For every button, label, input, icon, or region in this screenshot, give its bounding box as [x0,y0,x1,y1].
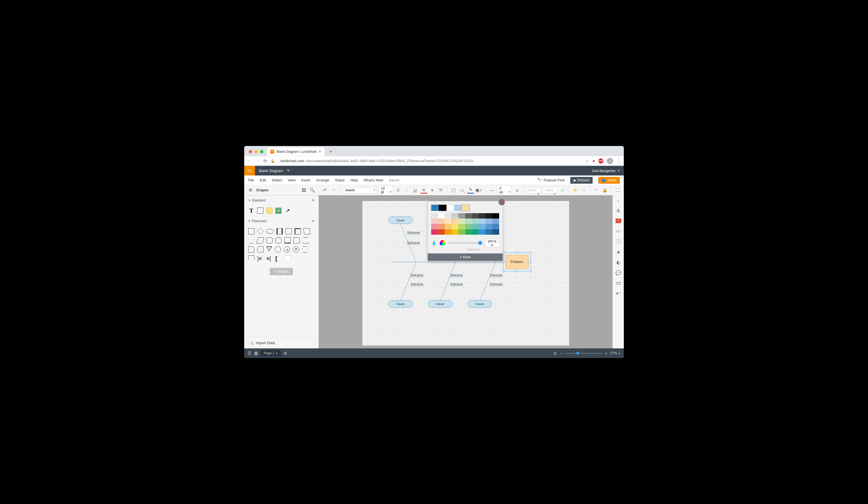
menu-whatsnew[interactable]: What's New [364,178,383,182]
layers-icon[interactable]: ◈ [617,249,620,254]
effect1-select[interactable]: None [526,187,541,193]
line-style-icon[interactable]: — [488,187,495,194]
close-tab-icon[interactable]: × [319,149,321,154]
line-color-icon[interactable]: ✎ [467,187,474,194]
close-section-icon[interactable]: × [312,198,314,203]
or-shape[interactable]: + [284,246,290,253]
target-icon[interactable]: ◎ [553,351,557,356]
brace-left-shape[interactable]: ≡{ [266,255,272,262]
rectangle-shape[interactable] [257,208,264,214]
extension-icon[interactable]: ◆ [593,159,595,162]
color-swatch[interactable] [479,229,486,235]
bookmark-icon[interactable]: ☆ [586,159,589,163]
menu-view[interactable]: View [288,178,296,182]
new-tab-button[interactable]: + [326,149,336,155]
color-swatch[interactable] [458,229,465,235]
color-swatch[interactable] [472,224,479,229]
magnet-icon[interactable]: ⊓ [580,187,587,194]
data-shape[interactable] [256,237,264,243]
predefined-shape[interactable] [277,228,283,234]
recent-swatch[interactable] [431,205,439,211]
color-swatch[interactable] [458,219,465,224]
manual-op-shape[interactable] [302,237,309,243]
color-swatch[interactable] [438,224,445,229]
chat-icon[interactable]: 💬 [616,270,621,275]
color-swatch[interactable] [438,229,445,235]
feature-find-button[interactable]: 🔭 Feature Find [537,178,565,182]
underline-icon[interactable]: U [412,187,419,194]
magic-icon[interactable]: ✦⁺ [615,291,621,296]
live-shape[interactable]: ⚡ [275,208,282,214]
arrow-shape[interactable]: ↗ [285,208,291,214]
import-data-button[interactable]: →] Import Data [244,337,318,349]
revert-icon[interactable]: ↶ [593,187,600,194]
pentagon-shape[interactable] [248,237,255,243]
shape-border-icon[interactable]: ▢ [450,187,457,194]
subcause-label[interactable]: Subcause [410,273,424,277]
redo-icon[interactable]: ↷ [330,187,337,194]
color-swatch[interactable] [445,229,452,235]
merge-shape[interactable] [266,246,272,251]
color-wheel-icon[interactable] [440,240,445,246]
color-swatch[interactable] [486,224,492,229]
color-swatch[interactable] [492,229,499,235]
subcause-label[interactable]: Subcause [450,283,464,286]
canvas-area[interactable]: Cause Cause Cause Cause Cause Subcause S… [319,195,612,349]
color-swatch[interactable] [438,219,445,224]
address-bar[interactable]: lucidchart.com/documents/edit/db0dca91-a… [278,159,582,163]
color-swatch[interactable] [472,213,479,219]
zoom-level[interactable]: 57% ▼ [610,351,620,355]
color-swatch[interactable] [452,229,458,235]
color-swatch[interactable] [465,213,472,219]
text-shape[interactable]: T [248,208,255,214]
comment-icon[interactable]: ❝ [616,219,621,223]
color-swatch[interactable] [492,213,499,219]
text-color-icon[interactable]: A [421,187,427,194]
share-button[interactable]: 👥 Share [598,177,620,184]
opacity-input[interactable]: 100 % ▴▾ [485,239,499,247]
bold-icon[interactable]: B [395,187,402,194]
bracket-shape[interactable]: [ [275,255,282,262]
lock-icon[interactable]: 🔒 [601,187,608,194]
menu-arrange[interactable]: Arrange [316,178,329,182]
pin-icon[interactable]: 📌 [499,199,505,205]
abp-icon[interactable]: ABP [598,159,603,163]
page-selector[interactable]: Page 1 ▼ [261,350,281,356]
color-swatch[interactable] [472,229,479,235]
minimize-window[interactable] [255,150,258,153]
color-swatch[interactable] [486,229,492,235]
multidoc-shape[interactable] [294,228,301,234]
back-button[interactable]: ← [247,158,251,164]
subcause-label[interactable]: Subcause [406,241,421,245]
opacity-slider[interactable] [448,242,482,243]
cause-node[interactable]: Cause [389,300,413,308]
line-width-select[interactable]: 2 px [497,185,512,195]
add-shapes-button[interactable]: + Shapes [270,268,293,275]
sticky-note-shape[interactable] [266,208,272,214]
subcause-label[interactable]: Subcause [489,273,504,277]
recent-swatch-selected[interactable] [462,205,469,211]
fullscreen-icon[interactable]: ⛶ [614,187,621,194]
recent-swatch[interactable] [446,205,454,211]
subcause-label[interactable]: Subcause [450,273,464,277]
menu-edit[interactable]: Edit [260,178,266,182]
internal-storage-shape[interactable] [285,237,291,243]
action-icon[interactable]: ⚡ [572,187,578,194]
cause-node[interactable]: Cause [428,300,452,308]
text-options-icon[interactable]: T▾ [437,187,444,194]
subcause-label[interactable]: Subcause [410,283,424,286]
history-icon[interactable]: 🕐 [616,239,621,244]
eyedropper-icon[interactable]: 💧 [431,240,437,246]
presentation-icon[interactable]: ▭ [616,228,620,234]
italic-icon[interactable]: I [403,187,410,194]
present-button[interactable]: ▶ Present [570,177,593,184]
color-swatch-selected[interactable] [452,219,458,224]
color-swatch[interactable] [431,224,438,229]
color-swatch[interactable] [431,219,438,224]
list-view-icon[interactable]: ☰ [248,351,251,356]
color-swatch[interactable] [452,224,458,229]
color-swatch[interactable] [438,213,445,219]
flowchart-section-header[interactable]: ▼ Flowchart × [244,216,318,226]
standard-section-header[interactable]: ▼ Standard × [244,195,318,205]
menu-share[interactable]: Share [335,178,345,182]
